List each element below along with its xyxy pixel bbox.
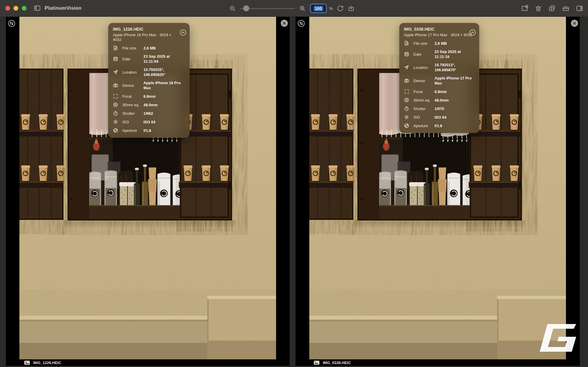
file-subtitle: Apple iPhone 17 Pro Max · 3024 × 4032 — [404, 33, 475, 37]
zoom-slider-thumb[interactable] — [243, 5, 249, 11]
file-subtitle: Apple iPhone 16 Pro Max · 3024 × 4032 — [113, 33, 176, 42]
zoom-out-button[interactable] — [229, 5, 236, 12]
watermark-g-logo — [537, 324, 576, 352]
traffic-lights — [5, 6, 26, 11]
magnifier-minus-icon — [229, 5, 236, 12]
metadata-label: Focal — [413, 89, 433, 94]
camera-icon — [113, 83, 118, 88]
collapse-panel-button[interactable] — [180, 29, 186, 36]
refresh-button[interactable] — [337, 5, 344, 12]
close-icon — [280, 19, 288, 27]
toggle-inspector-button[interactable] — [576, 5, 583, 12]
metadata-label: File size — [413, 41, 433, 46]
new-comparison-button[interactable] — [548, 5, 556, 12]
metadata-row: Focal 6.8mm — [113, 94, 185, 99]
metadata-row: Focal 6.8mm — [404, 89, 475, 94]
add-folder-button[interactable] — [521, 5, 528, 12]
metadata-label: Location — [413, 65, 433, 70]
metadata-row: File size 2,6 MB — [113, 45, 185, 51]
zoom-level-value: 100 — [314, 6, 323, 11]
close-pane-button[interactable] — [571, 19, 578, 27]
filename-bar: IMG_0338.HEIC — [295, 359, 580, 366]
chevron-up-icon — [180, 29, 186, 36]
metadata-value: Apple iPhone 16 Pro Max — [143, 80, 185, 90]
delete-button[interactable] — [535, 5, 542, 12]
collapse-panel-button[interactable] — [469, 29, 476, 36]
metadata-value: 6.8mm — [435, 89, 475, 94]
export-button[interactable] — [348, 5, 355, 12]
location-icon — [404, 65, 409, 70]
file-title: IMG_1226.HEIC — [113, 27, 185, 31]
filename-label: IMG_0338.HEIC — [323, 361, 351, 365]
folder-plus-icon — [521, 5, 528, 12]
filename-bar: IMG_1226.HEIC — [6, 359, 290, 366]
metadata-label: Shutter — [413, 107, 433, 111]
toggle-sidebar-button[interactable] — [33, 4, 41, 12]
zoom-toolbar: 100 % — [229, 0, 355, 17]
trash-icon — [535, 5, 542, 12]
app-window: PlatinumVision 100 % — [0, 0, 588, 367]
titlebar: PlatinumVision 100 % — [0, 0, 588, 17]
metadata-value: f/1.8 — [435, 123, 475, 128]
metadata-label: Date — [413, 52, 433, 57]
sidebar-icon — [33, 4, 41, 12]
metadata-label: Aperture — [122, 128, 142, 133]
metadata-value: 10.792025°, 106.695825° — [143, 67, 185, 77]
aperture-icon — [404, 123, 409, 128]
lens-icon — [113, 102, 118, 107]
metadata-label: Focal — [122, 94, 142, 99]
file-title: IMG_0338.HEIC — [404, 27, 475, 31]
shutter-icon — [113, 111, 118, 116]
zoom-slider[interactable] — [240, 8, 295, 9]
close-pane-button[interactable] — [280, 19, 288, 27]
swap-compare-button[interactable] — [297, 19, 305, 27]
metadata-value: 23 Sep 2025 at 11:11:16 — [435, 49, 475, 59]
duplicate-plus-icon — [548, 5, 556, 12]
zoom-window-button[interactable] — [22, 6, 26, 11]
location-icon — [113, 69, 118, 75]
file-toolbar — [521, 0, 583, 17]
focal-icon — [113, 94, 118, 99]
minimize-window-button[interactable] — [14, 6, 18, 11]
metadata-row: ISO ISO 64 — [113, 119, 185, 124]
archive-button[interactable] — [562, 5, 569, 12]
swap-arrows-icon — [8, 19, 16, 27]
metadata-row: Aperture f/1.8 — [113, 128, 185, 133]
metadata-row: Shutter 1/962 — [113, 111, 185, 116]
zoom-level-field[interactable]: 100 — [310, 4, 327, 13]
metadata-row: File size 2,9 MB — [404, 41, 475, 46]
iso-icon — [113, 119, 118, 124]
metadata-value: ISO 64 — [143, 119, 185, 124]
zoom-in-button[interactable] — [299, 5, 306, 12]
metadata-value: 23 Sep 2025 at 11:11:04 — [143, 54, 185, 64]
metadata-label: Aperture — [413, 124, 433, 128]
save-download-icon — [348, 5, 355, 12]
metadata-value: f/1.8 — [143, 128, 185, 133]
viewer-pane-right: IMG_0338.HEIC Apple iPhone 17 Pro Max · … — [295, 17, 580, 366]
metadata-value: 48.0mm — [435, 98, 475, 103]
metadata-row: Device Apple iPhone 17 Pro Max — [404, 76, 475, 86]
metadata-value: 6.8mm — [143, 94, 185, 99]
metadata-row: Aperture f/1.8 — [404, 123, 475, 128]
metadata-value: 2,9 MB — [435, 41, 475, 46]
lens-icon — [404, 97, 409, 103]
focal-icon — [404, 89, 409, 94]
metadata-value: 1/975 — [435, 106, 475, 111]
magnifier-plus-icon — [299, 5, 306, 12]
metadata-rows: File size 2,9 MB Date 23 Sep 2025 at 11:… — [404, 41, 475, 128]
archive-box-icon — [562, 5, 569, 12]
metadata-label: Date — [122, 57, 142, 61]
metadata-rows: File size 2,6 MB Date 23 Sep 2025 at 11:… — [113, 45, 185, 133]
metadata-row: 35mm eq. 48.0mm — [404, 97, 475, 103]
metadata-label: 35mm eq. — [413, 98, 433, 102]
metadata-panel: IMG_1226.HEIC Apple iPhone 16 Pro Max · … — [108, 23, 190, 138]
close-window-button[interactable] — [5, 6, 10, 11]
swap-compare-button[interactable] — [8, 19, 16, 27]
metadata-row: Location 10.792025°, 106.695825° — [113, 67, 185, 77]
calendar-icon — [113, 56, 118, 62]
swap-arrows-icon — [297, 19, 305, 27]
metadata-row: Date 23 Sep 2025 at 11:11:04 — [113, 54, 185, 64]
metadata-row: Shutter 1/975 — [404, 106, 475, 111]
metadata-label: 35mm eq. — [122, 103, 142, 107]
metadata-label: File size — [122, 46, 142, 50]
